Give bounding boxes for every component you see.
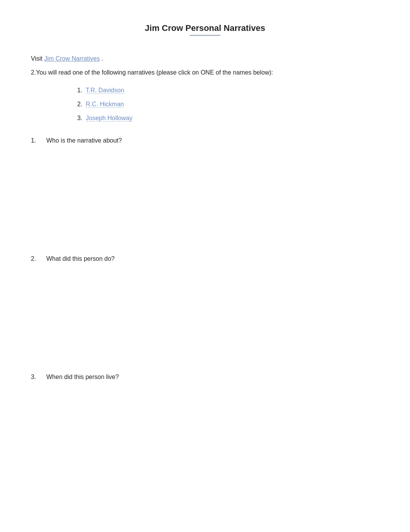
narrative-link-rc-hickman[interactable]: R.C. Hickman <box>86 101 124 108</box>
visit-line: Visit Jim Crow Narratives . <box>31 55 379 62</box>
list-item: 2. R.C. Hickman <box>77 101 379 108</box>
question-3-label: 3. When did this person live? <box>31 374 379 381</box>
jim-crow-narratives-link[interactable]: Jim Crow Narratives <box>44 55 100 62</box>
question-2-text: What did this person do? <box>46 255 115 262</box>
list-item: 3. Joseph Holloway <box>77 115 379 122</box>
instruction-text: 2.You will read one of the following nar… <box>31 69 379 76</box>
narrative-link-tr-davidson[interactable]: T.R. Davidson <box>86 87 124 94</box>
narrative-link-joseph-holloway[interactable]: Joseph Holloway <box>86 115 132 122</box>
question-2: 2. What did this person do? <box>31 255 379 374</box>
questions-section: 1. Who is the narrative about? 2. What d… <box>31 137 379 461</box>
narrative-number-2: 2. <box>77 101 84 107</box>
page-title: Jim Crow Personal Narratives <box>31 23 379 36</box>
title-text: Jim Crow Personal Narratives <box>145 23 265 33</box>
narrative-number-1: 1. <box>77 87 84 93</box>
answer-area-3 <box>31 384 379 461</box>
visit-prefix-text: Visit <box>31 55 42 62</box>
answer-area-1 <box>31 147 379 255</box>
title-underline <box>190 35 220 36</box>
list-item: 1. T.R. Davidson <box>77 87 379 94</box>
question-3-text: When did this person live? <box>46 374 119 381</box>
question-1: 1. Who is the narrative about? <box>31 137 379 255</box>
narrative-number-3: 3. <box>77 115 84 121</box>
visit-suffix-text: . <box>102 55 103 62</box>
question-1-text: Who is the narrative about? <box>46 137 122 144</box>
question-1-number: 1. <box>31 137 42 144</box>
answer-area-2 <box>31 265 379 374</box>
question-1-label: 1. Who is the narrative about? <box>31 137 379 144</box>
question-3: 3. When did this person live? <box>31 374 379 461</box>
narrative-list: 1. T.R. Davidson 2. R.C. Hickman 3. Jose… <box>77 87 379 122</box>
question-3-number: 3. <box>31 374 42 381</box>
question-2-number: 2. <box>31 255 42 262</box>
question-2-label: 2. What did this person do? <box>31 255 379 262</box>
